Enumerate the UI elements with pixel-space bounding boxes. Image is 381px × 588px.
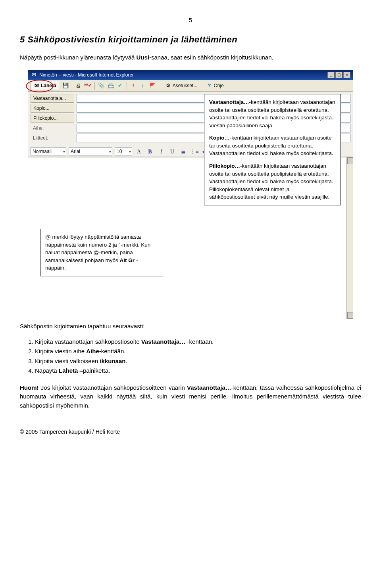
embedded-screenshot: ✉ Nimetön -- viesti - Microsoft Internet… bbox=[28, 70, 353, 316]
priority-high-icon[interactable]: ! bbox=[130, 82, 137, 89]
step2-post: -kenttään. bbox=[99, 348, 126, 354]
step4-bold: Lähetä bbox=[59, 367, 78, 374]
step-3: Kirjoita viesti valkoiseen ikkunaan. bbox=[35, 357, 361, 366]
minimize-button[interactable]: _ bbox=[327, 72, 335, 78]
compose-toolbar: ✉ Lähetä 💾 🖨 ᴬᴮ✔ 📎 📇 ✔ ! ↓ 🚩 ⚙ Asetukset… bbox=[28, 80, 353, 92]
fontsize-select[interactable]: 10 bbox=[115, 147, 132, 155]
intro-text-pre: Näpäytä posti-ikkunan yläreunasta löytyv… bbox=[20, 54, 137, 61]
step2-pre: Kirjoita viestin aihe bbox=[35, 348, 86, 354]
font-select[interactable]: Arial bbox=[69, 147, 112, 155]
send-icon: ✉ bbox=[33, 82, 40, 89]
checknames-icon[interactable]: ✔ bbox=[117, 82, 123, 89]
settings-button[interactable]: ⚙ Asetukset... bbox=[162, 81, 200, 90]
fontcolor-button[interactable]: A bbox=[135, 147, 143, 155]
style-select[interactable]: Normaali bbox=[31, 147, 66, 155]
huom-mid: Jos kirjoitat vastaanottajan sähköpostio… bbox=[39, 384, 187, 391]
section-heading: 5 Sähköpostiviestin kirjoittaminen ja lä… bbox=[20, 33, 361, 46]
step3-bold: ikkunaan bbox=[100, 358, 125, 364]
bcc-button[interactable]: Piilokopio... bbox=[31, 114, 74, 123]
help-button[interactable]: ? Ohje bbox=[203, 81, 226, 90]
to-button[interactable]: Vastaanottaja... bbox=[31, 94, 74, 103]
bold-button[interactable]: B bbox=[146, 147, 154, 155]
step2-bold: Aihe bbox=[86, 348, 99, 354]
huom-label: Huom! bbox=[20, 384, 39, 391]
number-list-button[interactable]: ⋮≡ bbox=[190, 147, 199, 155]
callout-bcc-bold: Piilokopio… bbox=[209, 163, 240, 169]
underline-button[interactable]: U bbox=[168, 147, 177, 155]
step1-post: -kenttään. bbox=[185, 338, 214, 345]
save-icon[interactable]: 💾 bbox=[62, 82, 69, 89]
step4-pre: Näpäytä bbox=[35, 367, 59, 374]
step1-bold: Vastaanottaja… bbox=[141, 338, 186, 345]
toolbar-separator bbox=[72, 82, 72, 90]
priority-low-icon[interactable]: ↓ bbox=[140, 82, 146, 89]
page-number: 5 bbox=[20, 16, 361, 25]
step-2: Kirjoita viestin aihe Aihe-kenttään. bbox=[35, 347, 361, 356]
help-label: Ohje bbox=[214, 82, 223, 89]
step-4: Näpäytä Lähetä –painiketta. bbox=[35, 366, 361, 375]
steps-lead: Sähköpostin kirjoittamien tapahtuu seura… bbox=[20, 322, 361, 331]
bullet-list-button[interactable]: ≣ bbox=[179, 147, 188, 155]
settings-label: Asetukset... bbox=[173, 82, 198, 89]
cc-button[interactable]: Kopio... bbox=[31, 104, 74, 113]
intro-text-post: -sanaa, saat esiin sähköpostin kirjoitus… bbox=[149, 54, 273, 61]
intro-bold: Uusi bbox=[137, 54, 150, 61]
addressbook-icon[interactable]: 📇 bbox=[108, 82, 114, 89]
callout-cc-bold: Kopio… bbox=[209, 135, 230, 141]
scrollbar[interactable] bbox=[346, 157, 353, 319]
intro-paragraph: Näpäytä posti-ikkunan yläreunasta löytyv… bbox=[20, 53, 361, 62]
huom-field-bold: Vastaanottaja… bbox=[187, 384, 231, 391]
callout-fields: Vastaanottaja…-kenttään kirjoitetaan vas… bbox=[204, 94, 341, 205]
maximize-button[interactable]: ▢ bbox=[335, 72, 343, 78]
step4-post: –painiketta. bbox=[78, 367, 110, 374]
print-icon[interactable]: 🖨 bbox=[75, 82, 82, 89]
window-title: Nimetön -- viesti - Microsoft Internet E… bbox=[39, 71, 134, 79]
step3-pre: Kirjoita viesti valkoiseen bbox=[35, 358, 100, 364]
flag-icon[interactable]: 🚩 bbox=[149, 82, 156, 89]
help-icon: ? bbox=[206, 82, 212, 89]
gear-icon: ⚙ bbox=[165, 82, 171, 89]
copyright-footer: © 2005 Tampereen kaupunki / Heli Korte bbox=[20, 426, 361, 436]
note-paragraph: Huom! Jos kirjoitat vastaanottajan sähkö… bbox=[20, 383, 361, 410]
subject-label: Aihe: bbox=[31, 124, 74, 132]
send-button[interactable]: ✉ Lähetä bbox=[31, 81, 59, 90]
attach-icon[interactable]: 📎 bbox=[98, 82, 104, 89]
callout-at-key: @ merkki löytyy näppäimistöltä samasta n… bbox=[40, 229, 163, 276]
step-1: Kirjoita vastaanottajan sähköpostiosoite… bbox=[35, 337, 361, 347]
toolbar-separator bbox=[94, 82, 95, 90]
callout-to-bold: Vastaanottaja… bbox=[209, 99, 249, 105]
steps-list: Kirjoita vastaanottajan sähköpostiosoite… bbox=[29, 337, 361, 375]
step1-pre: Kirjoita vastaanottajan sähköpostiosoite bbox=[35, 338, 141, 345]
window-titlebar: ✉ Nimetön -- viesti - Microsoft Internet… bbox=[28, 70, 353, 80]
mail-icon: ✉ bbox=[31, 72, 37, 78]
toolbar-separator bbox=[127, 82, 127, 90]
italic-button[interactable]: I bbox=[157, 147, 165, 155]
toolbar-separator bbox=[159, 82, 159, 90]
send-label: Lähetä bbox=[41, 82, 56, 89]
step3-post: . bbox=[125, 358, 127, 364]
close-button[interactable]: ✕ bbox=[343, 72, 350, 78]
callout-at-bold: Alt Gr bbox=[120, 257, 135, 263]
spellcheck-icon[interactable]: ᴬᴮ✔ bbox=[85, 82, 91, 89]
attach-label: Liitteet: bbox=[31, 134, 74, 142]
